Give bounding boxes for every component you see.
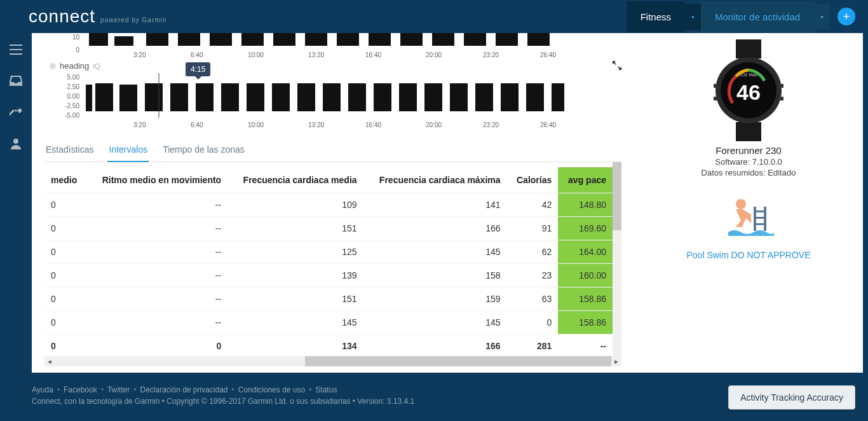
table-cell: 134	[227, 335, 363, 357]
svg-rect-1	[89, 33, 108, 46]
iq-badge: IQ	[93, 62, 100, 70]
table-cell: 0	[507, 311, 559, 335]
table-row[interactable]: 0--10914142148.80	[44, 193, 613, 217]
tab-intervals[interactable]: Intervalos	[107, 138, 149, 162]
series-color-dot	[50, 63, 56, 69]
footer-links: Ayuda•Facebook•Twitter•Declaración de pr…	[32, 385, 728, 394]
svg-text:3:20: 3:20	[133, 121, 146, 128]
table-header: Calorías	[507, 167, 559, 193]
device-summary: Datos resumidos: Editado	[702, 168, 796, 177]
table-header: medio	[44, 167, 86, 193]
footer-link[interactable]: Declaración de privacidad	[140, 385, 227, 394]
svg-text:6:40: 6:40	[191, 52, 203, 59]
logo-subtitle: powered by Garmin	[100, 17, 166, 24]
table-cell: 166	[363, 335, 507, 357]
svg-rect-39	[323, 83, 341, 111]
expand-icon[interactable]	[613, 61, 621, 72]
svg-rect-7	[273, 33, 295, 46]
table-cell: 139	[227, 264, 363, 287]
chart-cadence: 10 0	[44, 33, 621, 59]
svg-text:13:20: 13:20	[308, 52, 324, 59]
profile-icon[interactable]	[10, 138, 22, 153]
svg-rect-10	[369, 33, 391, 46]
svg-rect-9	[337, 33, 359, 46]
table-row[interactable]: 0--13915823160.00	[44, 264, 613, 287]
svg-rect-4	[178, 33, 200, 46]
footer-link[interactable]: Ayuda	[32, 385, 53, 394]
inbox-icon[interactable]	[10, 76, 22, 89]
tab-activity-monitor[interactable]: Monitor de actividad	[701, 1, 814, 32]
table-cell: 166	[363, 217, 507, 240]
pool-swim-link[interactable]: Pool Swim DO NOT APPROVE	[686, 250, 810, 260]
footer-link[interactable]: Condiciones de uso	[238, 385, 305, 394]
scroll-right-icon[interactable]: ►	[611, 356, 621, 366]
table-cell: 160.00	[558, 264, 613, 287]
table-cell: 158.86	[558, 311, 613, 335]
table-cell: --	[86, 287, 228, 311]
svg-text:23:20: 23:20	[483, 52, 499, 59]
activity-icon[interactable]	[10, 107, 22, 120]
svg-text:3:20: 3:20	[133, 52, 146, 59]
tab-zones[interactable]: Tiempo de las zonas	[161, 138, 246, 162]
svg-text:46: 46	[736, 80, 761, 104]
chart1-ytick: 10	[72, 34, 80, 41]
svg-rect-11	[400, 33, 423, 46]
table-cell: 159	[363, 287, 507, 311]
add-button[interactable]: +	[837, 8, 855, 25]
tab-fitness[interactable]: Fitness	[627, 1, 685, 32]
table-cell: 145	[227, 311, 363, 335]
device-pane: VO2 Max. 46 Forerunner 230 Software:	[634, 33, 863, 373]
chart-heading: heading IQ 4:15 5.00 2.50 0.00	[44, 59, 621, 130]
scroll-left-icon[interactable]: ◄	[44, 356, 55, 366]
table-cell: --	[86, 217, 228, 240]
table-cell: 281	[507, 335, 559, 357]
table-cell: 0	[44, 193, 86, 217]
table-cell: --	[86, 264, 228, 287]
data-tabs: Estadísticas Intervalos Tiempo de las zo…	[44, 138, 621, 162]
svg-rect-14	[496, 33, 518, 46]
table-cell: 125	[227, 240, 363, 264]
svg-rect-42	[399, 83, 417, 111]
header-tabs: Fitness ● Monitor de actividad ● +	[627, 1, 855, 32]
tab-fitness-menu[interactable]: ●	[685, 4, 701, 30]
table-row[interactable]: 0--15116691169.60	[44, 217, 613, 240]
svg-rect-67	[778, 97, 783, 100]
table-cell: 42	[507, 193, 559, 217]
vertical-scrollbar[interactable]	[613, 162, 621, 356]
svg-rect-30	[95, 83, 113, 111]
menu-icon[interactable]	[10, 45, 22, 58]
footer: Ayuda•Facebook•Twitter•Declaración de pr…	[0, 378, 868, 421]
svg-text:26:40: 26:40	[540, 52, 556, 59]
svg-text:-2.50: -2.50	[65, 102, 79, 109]
table-row[interactable]: 0--12514562164.00	[44, 240, 613, 264]
svg-rect-65	[714, 97, 719, 100]
intervals-table: medioRitmo medio en movimientoFrecuencia…	[44, 167, 613, 356]
svg-rect-41	[374, 83, 391, 111]
svg-rect-43	[424, 83, 442, 111]
device-software: Software: 7.10.0.0	[715, 157, 782, 167]
svg-text:13:20: 13:20	[308, 121, 324, 128]
tab-statistics[interactable]: Estadísticas	[44, 138, 95, 162]
footer-link[interactable]: Facebook	[64, 385, 97, 394]
table-cell: 0	[86, 335, 228, 357]
device-name: Forerunner 230	[715, 145, 781, 156]
svg-rect-73	[754, 223, 766, 225]
table-row[interactable]: 0--15115963158.86	[44, 287, 613, 311]
table-cell: --	[86, 311, 228, 335]
svg-text:20:00: 20:00	[426, 121, 442, 128]
table-cell: 0	[44, 311, 86, 335]
footer-link[interactable]: Status	[315, 385, 337, 394]
intervals-table-wrap[interactable]: medioRitmo medio en movimientoFrecuencia…	[44, 167, 613, 356]
table-cell: 151	[227, 217, 363, 240]
svg-point-68	[736, 199, 746, 209]
horizontal-scrollbar[interactable]: ◄ ►	[44, 356, 621, 366]
activity-tracking-accuracy-button[interactable]: Activity Tracking Accuracy	[728, 385, 855, 410]
svg-rect-72	[754, 217, 766, 219]
svg-text:2.50: 2.50	[67, 83, 80, 90]
footer-copyright: Connect, con la tecnología de Garmin • C…	[32, 397, 728, 406]
tab-monitor-menu[interactable]: ●	[814, 4, 830, 30]
svg-rect-64	[714, 84, 719, 88]
svg-rect-12	[432, 33, 454, 46]
table-row[interactable]: 0--1451450158.86	[44, 311, 613, 335]
footer-link[interactable]: Twitter	[107, 385, 130, 394]
